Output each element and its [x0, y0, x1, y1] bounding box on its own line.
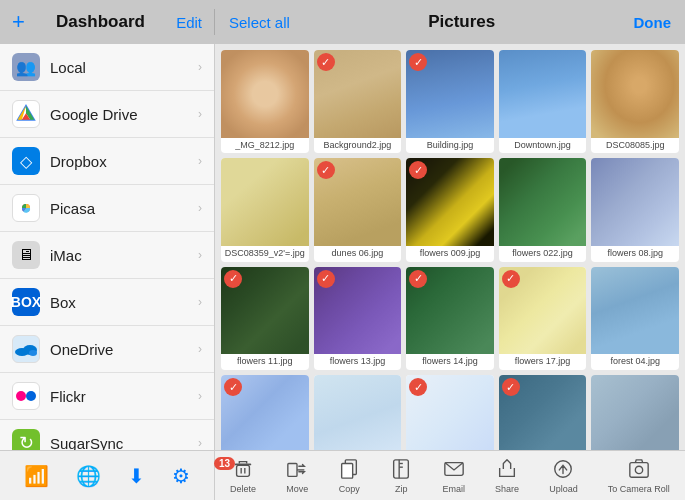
- wifi-icon[interactable]: 📶: [24, 464, 49, 488]
- photo-cell[interactable]: flowers 022.jpg: [499, 158, 587, 261]
- photo-thumbnail: [591, 375, 679, 450]
- dashboard-title: Dashboard: [56, 12, 145, 32]
- svg-rect-17: [342, 463, 353, 478]
- chevron-right-icon: ›: [198, 201, 202, 215]
- camera-roll-button[interactable]: To Camera Roll: [608, 458, 670, 494]
- photo-cell[interactable]: Background2.jpg: [314, 50, 402, 153]
- photo-cell[interactable]: flowers 11.jpg: [221, 267, 309, 370]
- zip-icon: [390, 458, 412, 482]
- add-button[interactable]: +: [12, 9, 25, 35]
- photo-thumbnail: [591, 158, 679, 246]
- sidebar-item-picasa[interactable]: Picasa›: [0, 185, 214, 232]
- email-button[interactable]: Email: [442, 458, 465, 494]
- sidebar-item-label: Box: [50, 294, 76, 311]
- sidebar-tools: 📶🌐⬇⚙: [0, 451, 215, 500]
- photo-thumbnail: [314, 375, 402, 450]
- photo-filename: Background2.jpg: [314, 138, 402, 154]
- svg-point-9: [26, 391, 36, 401]
- photo-cell[interactable]: [499, 375, 587, 450]
- svg-rect-11: [237, 465, 250, 476]
- main-content: 👥Local›Google Drive›◇Dropbox›Picasa›🖥iMa…: [0, 44, 685, 450]
- upload-label: Upload: [549, 484, 578, 494]
- header-right: Select all Pictures Done: [215, 12, 685, 32]
- camera-roll-icon: [628, 458, 650, 482]
- chevron-right-icon: ›: [198, 60, 202, 74]
- photo-cell[interactable]: DSC08359_v2'=.jpg: [221, 158, 309, 261]
- photo-cell[interactable]: [314, 375, 402, 450]
- sidebar-item-imac[interactable]: 🖥iMac›: [0, 232, 214, 279]
- photo-cell[interactable]: flowers 08.jpg: [591, 158, 679, 261]
- onedrive-icon: [12, 335, 40, 363]
- sidebar-item-dropbox[interactable]: ◇Dropbox›: [0, 138, 214, 185]
- delete-icon: [232, 458, 254, 482]
- sidebar-item-onedrive[interactable]: OneDrive›: [0, 326, 214, 373]
- sidebar-item-box[interactable]: BOXBox›: [0, 279, 214, 326]
- photo-cell[interactable]: [406, 375, 494, 450]
- chevron-right-icon: ›: [198, 248, 202, 262]
- photo-cell[interactable]: flowers 17.jpg: [499, 267, 587, 370]
- bottom-bar: 📶🌐⬇⚙ 13 DeleteMoveCopyZipEmailShareUploa…: [0, 450, 685, 500]
- delete-label: Delete: [230, 484, 256, 494]
- sidebar: 👥Local›Google Drive›◇Dropbox›Picasa›🖥iMa…: [0, 44, 215, 450]
- done-button[interactable]: Done: [634, 14, 672, 31]
- photo-filename: Downtown.jpg: [499, 138, 587, 154]
- camera-roll-label: To Camera Roll: [608, 484, 670, 494]
- photo-filename: flowers 08.jpg: [591, 246, 679, 262]
- photo-cell[interactable]: flowers 14.jpg: [406, 267, 494, 370]
- chevron-right-icon: ›: [198, 295, 202, 309]
- header-left: + Dashboard Edit: [0, 9, 215, 35]
- sidebar-item-label: Google Drive: [50, 106, 138, 123]
- local-icon: 👥: [12, 53, 40, 81]
- photo-cell[interactable]: dunes 06.jpg: [314, 158, 402, 261]
- badge-count: 13: [214, 457, 235, 470]
- photo-cell[interactable]: flowers 009.jpg: [406, 158, 494, 261]
- globe-icon[interactable]: 🌐: [76, 464, 101, 488]
- svg-rect-14: [288, 463, 297, 476]
- sidebar-item-sugarsync[interactable]: ↻SugarSync›: [0, 420, 214, 450]
- upload-icon: [552, 458, 574, 482]
- photo-filename: forest 04.jpg: [591, 354, 679, 370]
- sidebar-item-label: Dropbox: [50, 153, 107, 170]
- sidebar-item-local[interactable]: 👥Local›: [0, 44, 214, 91]
- photo-cell[interactable]: Downtown.jpg: [499, 50, 587, 153]
- zip-button[interactable]: Zip: [390, 458, 412, 494]
- copy-button[interactable]: Copy: [338, 458, 360, 494]
- share-button[interactable]: Share: [495, 458, 519, 494]
- photo-cell[interactable]: forest 04.jpg: [591, 267, 679, 370]
- selected-badge: [317, 270, 335, 288]
- photo-cell[interactable]: DSC08085.jpg: [591, 50, 679, 153]
- photo-cell[interactable]: _MG_8212.jpg: [221, 50, 309, 153]
- photo-thumbnail: [221, 50, 309, 138]
- photo-filename: DSC08085.jpg: [591, 138, 679, 154]
- move-button[interactable]: Move: [286, 458, 308, 494]
- selected-badge: [317, 161, 335, 179]
- svg-point-24: [635, 466, 642, 473]
- chevron-right-icon: ›: [198, 342, 202, 356]
- move-label: Move: [286, 484, 308, 494]
- svg-point-8: [16, 391, 26, 401]
- selected-badge: [409, 270, 427, 288]
- sugarsync-icon: ↻: [12, 429, 40, 450]
- email-label: Email: [442, 484, 465, 494]
- photo-cell[interactable]: [221, 375, 309, 450]
- sidebar-item-label: Picasa: [50, 200, 95, 217]
- header: + Dashboard Edit Select all Pictures Don…: [0, 0, 685, 44]
- selected-badge: [224, 270, 242, 288]
- settings-icon[interactable]: ⚙: [172, 464, 190, 488]
- download-icon[interactable]: ⬇: [128, 464, 145, 488]
- sidebar-item-google-drive[interactable]: Google Drive›: [0, 91, 214, 138]
- sidebar-item-flickr[interactable]: Flickr›: [0, 373, 214, 420]
- photo-cell[interactable]: flowers 13.jpg: [314, 267, 402, 370]
- select-all-button[interactable]: Select all: [229, 14, 290, 31]
- selected-badge: [502, 270, 520, 288]
- flickr-icon: [12, 382, 40, 410]
- upload-button[interactable]: Upload: [549, 458, 578, 494]
- svg-rect-18: [394, 459, 409, 477]
- photo-cell[interactable]: [591, 375, 679, 450]
- chevron-right-icon: ›: [198, 107, 202, 121]
- photo-cell[interactable]: Building.jpg: [406, 50, 494, 153]
- edit-button[interactable]: Edit: [176, 14, 202, 31]
- photo-thumbnail: [591, 267, 679, 355]
- box-icon: BOX: [12, 288, 40, 316]
- picasa-icon: [12, 194, 40, 222]
